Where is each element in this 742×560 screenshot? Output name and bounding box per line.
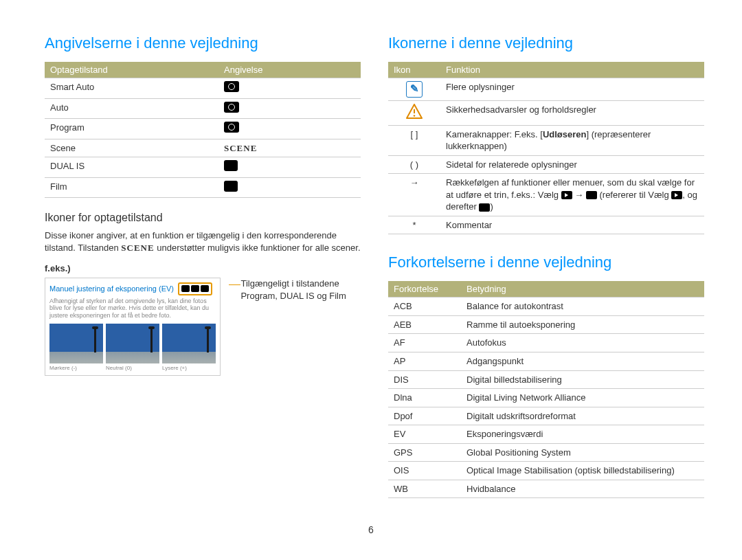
abbr: ACB: [388, 298, 461, 316]
warning-icon: [406, 111, 423, 121]
table-row: ✎ Flere oplysninger: [388, 78, 704, 101]
badge-film-icon: [201, 285, 209, 292]
mode-table: Optagetilstand Angivelse Smart Auto Auto…: [45, 62, 361, 198]
abbr: Dpof: [388, 407, 461, 425]
abbr: AP: [388, 352, 461, 371]
thumb-label: Mørkere (-): [49, 365, 103, 371]
mode-label: Program: [45, 119, 218, 139]
abbr: AF: [388, 334, 461, 352]
subheading-ikoner: Ikoner for optagetilstand: [45, 212, 361, 224]
page-number: 6: [0, 524, 742, 535]
callout-line: [229, 284, 240, 285]
callout-text: Tilgængeligt i tilstandene Program, DUAL…: [240, 278, 361, 302]
table-row: DISDigital billedstabilisering: [388, 370, 704, 389]
meaning: Adgangspunkt: [461, 352, 704, 371]
program-icon: [224, 122, 239, 133]
icon-cell: *: [388, 216, 440, 234]
table-row: OISOptical Image Stabilisation (optisk b…: [388, 462, 704, 480]
meaning: Eksponeringsværdi: [461, 425, 704, 444]
badge-program-icon: [181, 285, 190, 292]
icon-cell: ( ): [388, 155, 440, 174]
thumb-wrap: Mørkere (-): [49, 324, 103, 371]
th-forkortelse: Forkortelse: [388, 281, 461, 298]
table-row: ( ) Sidetal for relaterede oplysninger: [388, 155, 704, 174]
table-header-row: Optagetilstand Angivelse: [45, 62, 361, 78]
scene-icon: SCENE: [224, 143, 257, 153]
mode-icon-cell: [218, 98, 361, 119]
thumb-wrap: Lysere (+): [162, 324, 216, 371]
thumb-label: Lysere (+): [162, 365, 216, 371]
icon-desc: Kommentar: [440, 216, 704, 234]
play-icon: [671, 191, 682, 199]
left-column: Angivelserne i denne vejledning Optageti…: [45, 34, 361, 498]
mode-label: Auto: [45, 98, 218, 119]
table-row: DlnaDigital Living Network Alliance: [388, 389, 704, 407]
heading-forkortelserne: Forkortelserne i denne vejledning: [388, 254, 704, 271]
heading-ikonerne: Ikonerne i denne vejledning: [388, 34, 704, 52]
mode-icon-cell: [218, 78, 361, 99]
table-row: Smart Auto: [45, 78, 361, 99]
meaning: Digital Living Network Alliance: [461, 389, 704, 407]
meaning: Balance for autokontrast: [461, 298, 704, 316]
icons-table: Ikon Funktion ✎ Flere oplysninger Sikker…: [388, 62, 704, 234]
table-row: DpofDigitalt udskriftsordreformat: [388, 407, 704, 425]
table-row: EVEksponeringsværdi: [388, 425, 704, 444]
example-box: Manuel justering af eksponering (EV) Afh…: [45, 278, 221, 376]
mode-badges: [178, 282, 212, 295]
auto-icon: [224, 102, 239, 113]
mode-icon-cell: SCENE: [218, 139, 361, 157]
table-row: Sikkerhedsadvarsler og forholdsregler: [388, 101, 704, 126]
icon-desc: Rækkefølgen af funktioner eller menuer, …: [440, 174, 704, 216]
note-icon: ✎: [406, 81, 423, 98]
abbr: OIS: [388, 462, 461, 480]
icon-desc: Kameraknapper: F.eks. [Udløseren] (repræ…: [440, 125, 704, 155]
abbrev-table: Forkortelse Betydning ACBBalance for aut…: [388, 281, 704, 498]
table-header-row: Forkortelse Betydning: [388, 281, 704, 298]
th-betydning: Betydning: [461, 281, 704, 298]
mode-label: Scene: [45, 139, 218, 157]
table-row: DUAL IS: [45, 157, 361, 178]
table-row: [ ] Kameraknapper: F.eks. [Udløseren] (r…: [388, 125, 704, 155]
thumb-label: Neutral (0): [106, 365, 159, 371]
icon-cell: →: [388, 174, 440, 216]
table-row: SceneSCENE: [45, 139, 361, 157]
meaning: Digital billedstabilisering: [461, 370, 704, 389]
smart-auto-icon: [224, 81, 239, 92]
icon-desc: Flere oplysninger: [440, 78, 704, 101]
table-row: AEBRamme til autoeksponering: [388, 315, 704, 334]
mode-icon-cell: [218, 157, 361, 178]
page: Angivelserne i denne vejledning Optageti…: [0, 0, 742, 519]
table-row: APAdgangspunkt: [388, 352, 704, 371]
th-ikon: Ikon: [388, 62, 440, 78]
table-row: * Kommentar: [388, 216, 704, 234]
scene-icon-inline: SCENE: [121, 243, 154, 253]
mode-icon-cell: [218, 119, 361, 139]
badge-dualis-icon: [191, 285, 199, 292]
abbr: EV: [388, 425, 461, 444]
menu-icon: [586, 191, 597, 199]
callout-wrap: Tilgængeligt i tilstandene Program, DUAL…: [229, 278, 361, 376]
meaning: Hvidbalance: [461, 480, 704, 498]
example-desc: Afhængigt af styrken af det omgivende ly…: [49, 298, 216, 320]
table-row: ACBBalance for autokontrast: [388, 298, 704, 316]
th-angivelse: Angivelse: [218, 62, 361, 78]
mode-icon-cell: [218, 177, 361, 198]
play-icon: [561, 191, 572, 199]
meaning: Digitalt udskriftsordreformat: [461, 407, 704, 425]
meaning: Global Positioning System: [461, 443, 704, 462]
th-optagetilstand: Optagetilstand: [45, 62, 218, 78]
abbr: GPS: [388, 443, 461, 462]
thumb-morkere: [49, 324, 103, 363]
meaning: Autofokus: [461, 334, 704, 352]
icon-desc: Sikkerhedsadvarsler og forholdsregler: [440, 101, 704, 126]
example-row: Manuel justering af eksponering (EV) Afh…: [45, 278, 361, 376]
mode-label: Film: [45, 177, 218, 198]
thumb-neutral: [106, 324, 159, 363]
meaning: Optical Image Stabilisation (optisk bill…: [461, 462, 704, 480]
abbr: AEB: [388, 315, 461, 334]
table-header-row: Ikon Funktion: [388, 62, 704, 78]
menu-icon: [479, 203, 490, 212]
table-row: Program: [45, 119, 361, 139]
table-row: GPSGlobal Positioning System: [388, 443, 704, 462]
table-row: WBHvidbalance: [388, 480, 704, 498]
